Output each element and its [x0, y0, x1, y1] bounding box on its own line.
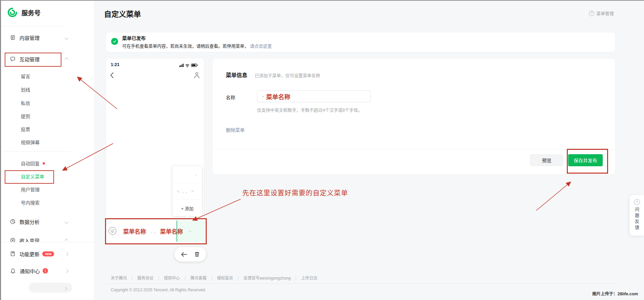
published-notice-banner [106, 33, 615, 52]
sidebar-item-label: 数据分析 [19, 218, 40, 225]
sidebar-subitem-dm[interactable]: 私信 [21, 99, 30, 107]
sidebar-subitem-user-management[interactable]: 用户管理 [21, 186, 40, 193]
section-note: 已添加子菜单，仅可设置菜单名称 [255, 72, 320, 78]
name-label: 名称 [226, 94, 235, 101]
section-title: 菜单信息 [226, 71, 247, 79]
menu-info-panel: 菜单信息 已添加子菜单，仅可设置菜单名称 名称 菜单名称 仅支持中英文和数字，字… [212, 59, 615, 174]
annotation-box-custom-menu [5, 170, 54, 184]
footer-link-feedback-account[interactable]: 反馈官号weixingongzhong [244, 275, 301, 281]
pie-chart-icon [10, 219, 15, 224]
wifi-icon [186, 64, 189, 66]
sidebar-item-notifications[interactable]: 通知中心 1 [10, 267, 77, 275]
page-title: 自定义菜单 [104, 8, 141, 19]
new-badge: new [42, 251, 54, 256]
watermark-text: 图片上传于：28life.com [592, 290, 638, 297]
chevron-right-icon [65, 251, 68, 256]
chevron-down-icon [65, 35, 68, 40]
popup-row-redacted[interactable] [172, 183, 202, 200]
sidebar-item-label: 通知中心 [20, 267, 40, 275]
annotation-box-menu-bar [105, 218, 207, 244]
red-dot-badge [43, 162, 45, 165]
menu-item-popup: + 添加 [172, 166, 202, 217]
back-arrow-icon[interactable] [181, 252, 188, 257]
sidebar-item-feature-updates[interactable]: 功能更新 new [10, 250, 77, 257]
popup-row-redacted[interactable] [172, 166, 202, 183]
feedback-float-button[interactable]: 问题反馈 [630, 195, 644, 236]
chevron-down-icon [65, 219, 68, 224]
sidebar-subitem-account-search[interactable]: 号内搜索 [21, 199, 40, 206]
sidebar-item-label: 内容管理 [19, 34, 40, 41]
chevron-right-icon[interactable] [64, 286, 66, 291]
app-root: 服务号 内容管理 互动管理 留言 划线 私信 提到 投票 视频弹幕 自动回复 [0, 0, 644, 300]
sidebar-subitem-messages[interactable]: 留言 [21, 72, 30, 80]
sidebar-sub-divider [5, 152, 70, 152]
notice-body-text: 可在手机查看菜单内容，若尚未生效，请稍后查看。若停用菜单， [122, 44, 249, 49]
footer-link-support[interactable]: 腾讯客服 [190, 275, 217, 281]
trash-icon[interactable] [194, 251, 200, 257]
disable-menu-link[interactable]: 请点击这里 [250, 44, 272, 49]
sidebar-subitem-mentions[interactable]: 提到 [21, 112, 30, 120]
arrow-to-save-button [536, 182, 571, 211]
annotation-tip-text: 先在这里设置好需要的自定义菜单 [242, 188, 348, 197]
sidebar-item-label: 功能更新 [19, 250, 40, 257]
bell-icon [10, 268, 16, 274]
notice-title: 菜单已发布 [122, 35, 146, 41]
notification-count-badge: 1 [43, 268, 48, 274]
sidebar: 服务号 内容管理 互动管理 留言 划线 私信 提到 投票 视频弹幕 自动回复 [0, 0, 94, 300]
menu-name-input[interactable]: 菜单名称 [257, 91, 371, 102]
book-icon [10, 251, 15, 256]
cursor-artifact [262, 96, 264, 97]
sidebar-subitem-votes[interactable]: 投票 [21, 125, 30, 133]
menu-name-value: 菜单名称 [266, 92, 290, 101]
footer-divider [106, 283, 615, 284]
panel-divider [212, 149, 615, 149]
logo: 服务号 [7, 7, 41, 17]
window-left-edge [0, 0, 1, 300]
feedback-label: 问题反馈 [634, 207, 640, 231]
chevron-up-icon [65, 56, 68, 62]
sidebar-subitem-underline[interactable]: 划线 [21, 86, 30, 93]
footer-link-rules[interactable]: 规则中心 [164, 275, 190, 281]
phone-status-icons [179, 63, 199, 67]
help-label: 菜单管理 [596, 10, 614, 16]
sidebar-item-analytics[interactable]: 数据分析 [10, 218, 77, 225]
copyright-text: Copyright © 2012-2025 Tencent. All Right… [111, 288, 206, 292]
sidebar-divider [0, 26, 65, 26]
question-icon [634, 199, 640, 205]
question-icon [589, 11, 594, 16]
notice-body: 可在手机查看菜单内容，若尚未生效，请稍后查看。若停用菜单， 请点击这里 [122, 43, 272, 49]
preview-button[interactable]: 预览 [530, 155, 563, 166]
sidebar-item-content[interactable]: 内容管理 [10, 34, 77, 41]
window-top-edge [0, 0, 644, 1]
chevron-right-icon [65, 268, 68, 274]
delete-menu-link[interactable]: 删除菜单 [226, 126, 245, 133]
back-chevron-icon[interactable] [110, 72, 114, 78]
annotation-box-interact [5, 53, 61, 67]
menu-edit-toolbar [175, 247, 206, 261]
footer-link-terms[interactable]: 服务协议 [137, 275, 164, 281]
sidebar-item-label: 自动回复 [21, 160, 40, 167]
signal-icon [179, 64, 184, 67]
document-icon [10, 35, 15, 40]
phone-time: 1:21 [111, 62, 119, 67]
footer-links: 关于腾讯 服务协议 规则中心 腾讯客服 侵权投诉 反馈官号weixingongz… [111, 275, 317, 281]
success-check-icon [111, 38, 118, 45]
footer-link-complaint[interactable]: 侵权投诉 [217, 275, 244, 281]
menu-management-help[interactable]: 菜单管理 [589, 10, 614, 16]
footer-link-about[interactable]: 关于腾讯 [111, 275, 137, 281]
logo-title: 服务号 [21, 8, 41, 17]
sidebar-subitem-autoreply[interactable]: 自动回复 [21, 160, 45, 167]
sidebar-subitem-danmu[interactable]: 视频弹幕 [21, 138, 40, 146]
battery-icon [191, 64, 198, 66]
annotation-box-save-button [567, 149, 608, 174]
contact-person-icon[interactable] [194, 72, 200, 79]
footer-link-upload-log[interactable]: 上传日志 [301, 275, 317, 281]
name-helper-text: 仅支持中英文和数字，字数不超过4个汉字或8个字母。 [257, 107, 362, 113]
brand-swirl-icon [7, 7, 17, 17]
